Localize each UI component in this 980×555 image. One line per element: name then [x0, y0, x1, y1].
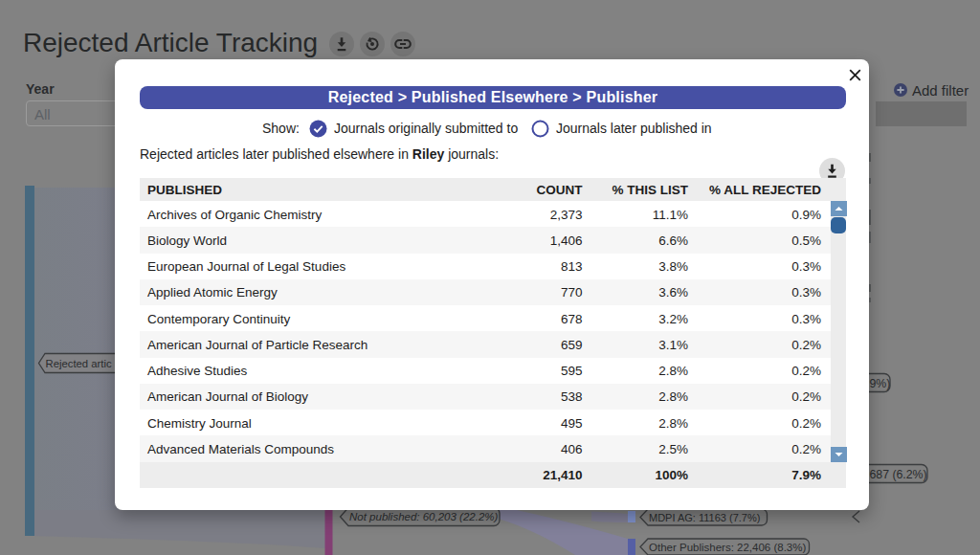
svg-text:687 (6.2%): 687 (6.2%)	[870, 468, 927, 481]
svg-text:Other Publishers: 22,406 (8.3%: Other Publishers: 22,406 (8.3%)	[649, 542, 806, 553]
svg-text:9%): 9%)	[870, 377, 891, 390]
svg-text:Rejected artic: Rejected artic	[46, 358, 112, 369]
svg-text:Not published: 60,203 (22.2%): Not published: 60,203 (22.2%)	[349, 511, 499, 522]
svg-text:MDPI AG: 11163 (7.7%): MDPI AG: 11163 (7.7%)	[649, 512, 760, 523]
